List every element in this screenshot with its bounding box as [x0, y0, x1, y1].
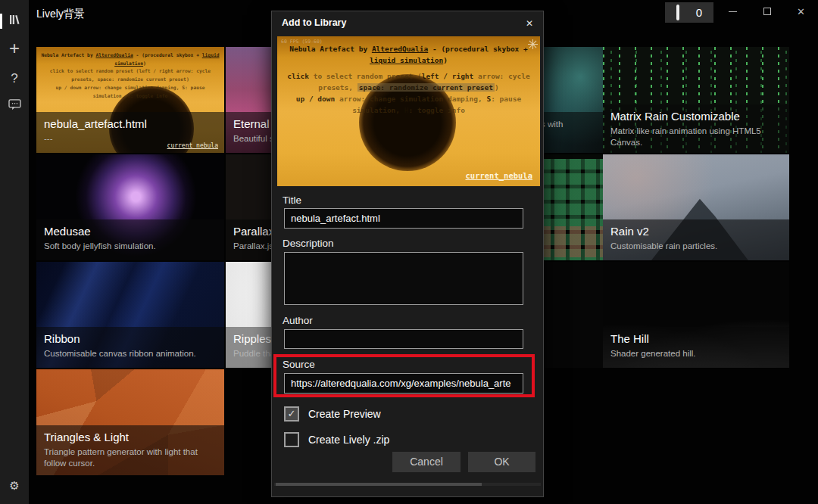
add-to-library-dialog: Add to Library ✕ 60 FPS (59-60) Nebula A… [271, 11, 544, 497]
close-icon: ✕ [526, 18, 533, 29]
author-label: Author [283, 315, 313, 326]
plus-icon: + [9, 38, 20, 59]
feedback-icon [8, 99, 21, 114]
tile-title: The Hill [610, 332, 782, 347]
window-title: Lively背景 [36, 8, 85, 21]
tile-title: Ribbon [44, 332, 217, 347]
maximize-icon [763, 8, 771, 15]
tile-subtitle: Customisable canvas ribbon animation. [44, 348, 217, 359]
sidebar-item-help[interactable]: ? [0, 68, 29, 89]
maximize-button[interactable] [750, 0, 784, 23]
display-select-button[interactable]: 0 [665, 2, 713, 23]
wallpaper-tile-ribbon[interactable]: Ribbon Customisable canvas ribbon animat… [36, 262, 224, 368]
description-label: Description [283, 238, 334, 249]
window-close-button[interactable]: ✕ [784, 0, 818, 23]
wallpaper-tile-matrix-rain[interactable]: Matrix Rain Customizable Matrix like rai… [603, 47, 789, 153]
wallpaper-preview: 60 FPS (59-60) Nebula Artefact by Altere… [277, 36, 540, 186]
tile-caption: Triangles & Light Triangle pattern gener… [36, 425, 224, 475]
tile-caption: The Hill Shader generated hill. [603, 327, 789, 368]
tile-subtitle: Matrix like rain animation using HTML5 C… [610, 126, 782, 148]
scrollbar-thumb[interactable] [276, 483, 482, 486]
source-label: Source [283, 359, 315, 370]
tile-subtitle: Customisable rain particles. [610, 241, 782, 252]
preview-watermark: current_nebula [465, 171, 532, 180]
monitor-icon [676, 6, 691, 20]
snowflake-icon [528, 39, 538, 52]
create-preview-checkbox[interactable]: ✓ [284, 406, 299, 422]
preview-info-text: Nebula Artefact by AlteredQualia - (proc… [283, 44, 534, 116]
display-count: 0 [696, 6, 702, 19]
minimize-icon [729, 11, 737, 12]
sidebar-item-settings[interactable]: ⚙ [0, 475, 29, 496]
tile-title: Medusae [44, 225, 217, 239]
tile-caption: Medusae Soft body jellyfish simulation. [36, 219, 224, 260]
title-label: Title [283, 194, 301, 206]
preview-info-line-3: up / down arrow: change simulation dampi… [283, 94, 534, 116]
sidebar-item-add-wallpaper[interactable]: + [0, 38, 29, 59]
app-window: + ? ⚙ Lively背景 0 ✕ [0, 0, 818, 504]
tile-subtitle: Soft body jellyfish simulation. [44, 241, 217, 252]
sidebar: + ? ⚙ [0, 0, 29, 504]
tile-subtitle: Triangle pattern generator with light th… [44, 446, 217, 469]
wallpaper-tile-triangles-light[interactable]: Triangles & Light Triangle pattern gener… [36, 369, 224, 475]
tile-caption: Rain v2 Customisable rain particles. [603, 219, 789, 260]
dialog-close-button[interactable]: ✕ [520, 14, 539, 33]
wallpaper-tile-medusae[interactable]: Medusae Soft body jellyfish simulation. [36, 154, 224, 260]
sidebar-item-library[interactable] [0, 11, 29, 32]
close-icon: ✕ [797, 6, 805, 17]
gear-icon: ⚙ [9, 479, 19, 493]
help-icon: ? [11, 71, 17, 86]
tile-title: nebula_artefact.html [44, 117, 217, 132]
create-preview-label: Create Preview [308, 408, 381, 420]
title-input[interactable] [284, 208, 523, 229]
minimize-button[interactable] [716, 0, 750, 23]
preview-info-line-1: Nebula Artefact by AlteredQualia - (proc… [283, 44, 534, 66]
sidebar-item-feedback[interactable] [0, 95, 29, 117]
tile-subtitle: Shader generated hill. [610, 348, 782, 359]
tile-watermark: current_nebula [167, 142, 218, 149]
horizontal-scrollbar[interactable] [274, 483, 541, 486]
tile-info-text: Nebula Artefact by AlteredQualia - (proc… [39, 51, 221, 100]
tile-caption: Matrix Rain Customizable Matrix like rai… [603, 104, 789, 153]
preview-info-line-2: click to select random preset (left / ri… [283, 71, 534, 93]
tile-title: Matrix Rain Customizable [610, 110, 782, 124]
library-icon [8, 13, 21, 30]
author-input[interactable] [284, 329, 523, 349]
create-zip-label: Create Lively .zip [308, 434, 389, 446]
description-textarea[interactable] [284, 252, 523, 305]
tile-title: Rain v2 [610, 225, 782, 239]
cancel-button[interactable]: Cancel [392, 452, 461, 472]
source-input[interactable] [284, 373, 523, 394]
wallpaper-tile-nebula-artefact[interactable]: Nebula Artefact by AlteredQualia - (proc… [36, 47, 224, 153]
create-zip-checkbox-row: Create Lively .zip [284, 432, 389, 447]
ok-button[interactable]: OK [468, 452, 535, 472]
tile-title: Triangles & Light [44, 431, 217, 445]
tile-caption: Ribbon Customisable canvas ribbon animat… [36, 327, 224, 368]
create-zip-checkbox[interactable] [284, 432, 299, 447]
dialog-title: Add to Library [282, 17, 346, 28]
create-preview-checkbox-row: ✓ Create Preview [284, 406, 381, 422]
wallpaper-tile-rain-v2[interactable]: Rain v2 Customisable rain particles. [603, 154, 789, 260]
wallpaper-tile-the-hill[interactable]: The Hill Shader generated hill. [603, 262, 789, 368]
